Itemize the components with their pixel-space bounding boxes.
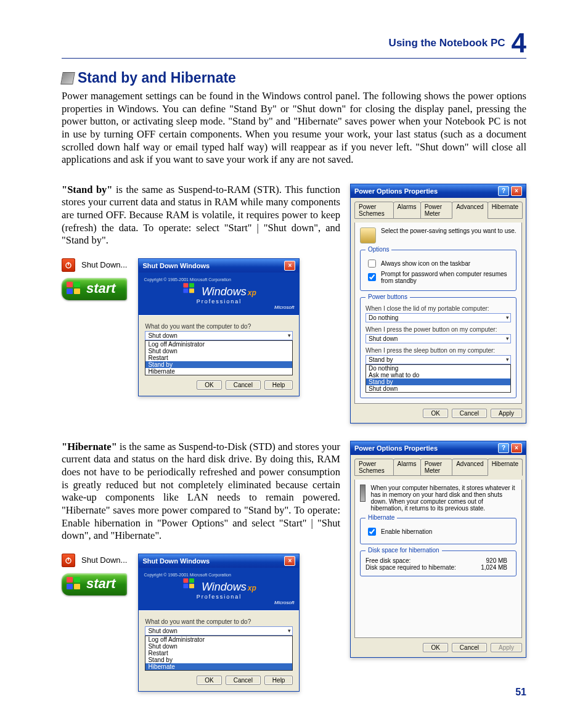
ok-button[interactable]: OK	[197, 676, 221, 685]
section-title: Stand by and Hibernate	[78, 70, 236, 86]
lid-close-select[interactable]: Do nothing	[365, 313, 511, 322]
ms: Microsoft	[274, 600, 294, 605]
standby-paragraph: "Stand by" is the same as Suspend-to-RAM…	[62, 184, 340, 247]
resume-password-checkbox[interactable]: Prompt for password when computer resume…	[365, 271, 511, 284]
tab-hibernate[interactable]: Hibernate	[488, 202, 523, 219]
ok-button[interactable]: OK	[423, 409, 447, 418]
tab-alarms[interactable]: Alarms	[393, 202, 421, 219]
list-item[interactable]: Stand by	[145, 657, 292, 663]
shutdown-menu-item[interactable]: Shut Down...	[62, 554, 127, 567]
ms: Microsoft	[274, 305, 294, 310]
section-intro: Power management settings can be found i…	[62, 90, 526, 166]
dialog-title: Shut Down Windows	[142, 262, 210, 269]
sleep-button-select[interactable]: Stand by	[365, 355, 511, 364]
power-options-hibernate-dialog: Power Options Properties ? × Power Schem…	[350, 441, 526, 658]
start-button[interactable]: start	[62, 278, 127, 300]
battery-icon	[360, 227, 376, 243]
dialog-title: Shut Down Windows	[142, 557, 210, 565]
diskspace-legend: Disk space for hibernation	[365, 547, 442, 554]
list-item[interactable]: Restart	[145, 650, 292, 657]
shutdown-action-select[interactable]: Shut down	[145, 331, 293, 340]
help-icon[interactable]: ?	[498, 186, 509, 196]
sleep-dropdown-open[interactable]: Do nothing Ask me what to do Stand by Sh…	[365, 364, 511, 393]
shutdown-label: Shut Down...	[81, 555, 127, 565]
close-icon[interactable]: ×	[511, 186, 522, 196]
shutdown-prompt: What do you want the computer to do?	[145, 618, 293, 625]
power-options-advanced-dialog: Power Options Properties ? × Power Schem…	[350, 184, 526, 424]
hibernate-lead: "Hibernate"	[62, 441, 117, 452]
close-icon[interactable]: ×	[284, 556, 295, 566]
copyright: Copyright © 1985-2001 Microsoft Corporat…	[144, 573, 231, 577]
hibernate-icon	[360, 485, 365, 502]
shutdown-menu-item[interactable]: Shut Down...	[62, 258, 127, 272]
cancel-button[interactable]: Cancel	[452, 409, 487, 418]
ok-button[interactable]: OK	[197, 380, 221, 390]
tab-alarms[interactable]: Alarms	[393, 459, 421, 476]
shutdown-prompt: What do you want the computer to do?	[145, 323, 293, 330]
tab-power-schemes[interactable]: Power Schemes	[354, 202, 394, 219]
chapter-title: Using the Notebook PC	[389, 30, 505, 57]
cancel-button[interactable]: Cancel	[226, 676, 261, 685]
list-item-selected[interactable]: Stand by	[145, 361, 292, 368]
chapter-number: 4	[512, 30, 526, 57]
sleep-button-label: When I press the sleep button on my comp…	[365, 347, 511, 354]
help-button[interactable]: Help	[264, 380, 293, 390]
list-item-selected[interactable]: Stand by	[366, 379, 510, 385]
standby-lead: "Stand by"	[62, 184, 113, 195]
copyright: Copyright © 1985-2001 Microsoft Corporat…	[144, 277, 231, 282]
shutdown-action-select[interactable]: Shut down	[145, 626, 293, 636]
list-item[interactable]: Ask me what to do	[366, 372, 510, 379]
list-item-selected[interactable]: Hibernate	[145, 663, 292, 670]
panel-desc: Select the power-saving settings you wan…	[381, 227, 517, 234]
list-item[interactable]: Shut down	[145, 643, 292, 650]
free-disk-value: 920 MB	[486, 557, 507, 564]
tabs: Power Schemes Alarms Power Meter Advance…	[354, 202, 522, 219]
shutdown-windows-dialog: Shut Down Windows × Copyright © 1985-200…	[138, 554, 300, 692]
page-number: 51	[515, 687, 526, 698]
options-legend: Options	[365, 246, 391, 253]
list-item[interactable]: Hibernate	[145, 368, 292, 375]
cancel-button[interactable]: Cancel	[226, 380, 261, 390]
start-label: start	[86, 576, 116, 592]
shutdown-dropdown-open[interactable]: Log off Administrator Shut down Restart …	[145, 636, 293, 671]
power-icon	[62, 554, 75, 567]
windows-brand: Windowsxp	[182, 282, 256, 298]
required-disk-value: 1,024 MB	[481, 564, 507, 571]
tabs: Power Schemes Alarms Power Meter Advance…	[354, 459, 522, 476]
power-button-select[interactable]: Shut down	[365, 334, 511, 343]
windows-logo-icon	[67, 282, 81, 295]
list-item[interactable]: Shut down	[145, 348, 292, 354]
list-item[interactable]: Log off Administrator	[145, 636, 292, 643]
list-item[interactable]: Log off Administrator	[145, 341, 292, 348]
list-item[interactable]: Do nothing	[366, 365, 510, 372]
windows-brand: Windowsxp	[182, 577, 256, 594]
start-button[interactable]: start	[62, 573, 127, 595]
tab-hibernate[interactable]: Hibernate	[488, 459, 523, 476]
apply-button[interactable]: Apply	[491, 409, 522, 418]
cancel-button[interactable]: Cancel	[452, 643, 487, 652]
help-button[interactable]: Help	[264, 676, 293, 685]
enable-hibernation-checkbox[interactable]: Enable hibernation	[365, 526, 511, 538]
close-icon[interactable]: ×	[511, 443, 522, 453]
ok-button[interactable]: OK	[423, 643, 447, 652]
tab-power-meter[interactable]: Power Meter	[420, 459, 453, 476]
close-icon[interactable]: ×	[284, 261, 295, 271]
apply-button: Apply	[491, 643, 522, 652]
dialog-title: Power Options Properties	[354, 444, 438, 452]
hibernate-paragraph: "Hibernate" is the same as Suspend-to-Di…	[62, 441, 340, 542]
shutdown-dropdown-open[interactable]: Log off Administrator Shut down Restart …	[145, 340, 293, 375]
start-label: start	[86, 280, 116, 297]
power-button-label: When I press the power button on my comp…	[365, 326, 511, 333]
required-disk-label: Disk space required to hibernate:	[365, 564, 456, 571]
help-icon[interactable]: ?	[498, 443, 509, 453]
tab-advanced[interactable]: Advanced	[452, 459, 488, 476]
tab-power-schemes[interactable]: Power Schemes	[354, 459, 394, 476]
tab-power-meter[interactable]: Power Meter	[420, 202, 453, 219]
shutdown-label: Shut Down...	[81, 260, 127, 269]
edition: Professional	[197, 594, 242, 600]
taskbar-icon-checkbox[interactable]: Always show icon on the taskbar	[365, 258, 511, 269]
list-item[interactable]: Restart	[145, 354, 292, 361]
list-item[interactable]: Shut down	[366, 385, 510, 392]
tab-advanced[interactable]: Advanced	[452, 202, 488, 219]
hibernate-legend: Hibernate	[365, 514, 397, 521]
